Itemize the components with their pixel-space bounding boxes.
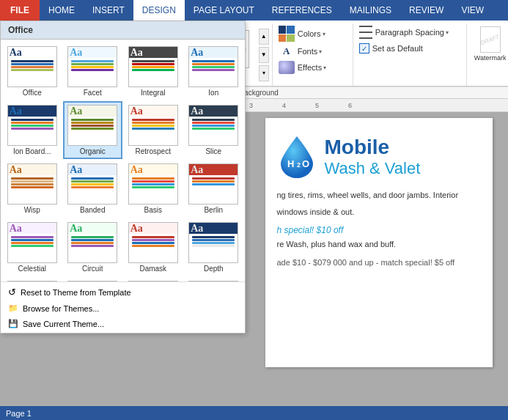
color-sq-4 <box>287 34 295 43</box>
colors-label: Colors <box>298 29 321 38</box>
fonts-button[interactable]: A Fonts ▾ <box>277 44 348 59</box>
colors-button[interactable]: Colors ▾ <box>277 25 348 43</box>
effects-icon <box>279 61 295 74</box>
page-background-group: DRAFT Watermark Page Color Page Borders <box>467 23 508 86</box>
fonts-icon: A <box>279 45 295 58</box>
doc-body-3: h special! $10 off <box>277 225 481 235</box>
doc-body-5: ade $10 - $079 000 and up - match specia… <box>277 258 481 267</box>
theme-cell-organic[interactable]: Aa Organic <box>63 101 123 159</box>
doc-title-main: Mobile <box>325 136 421 159</box>
tab-pagelayout[interactable]: PAGE LAYOUT <box>185 0 263 21</box>
dropdown-actions: ↺ Reset to Theme from Template 📁 Browse … <box>1 281 245 333</box>
watermark-icon: DRAFT <box>480 26 501 53</box>
scroll-expand-arrow[interactable]: ▾ <box>259 65 269 81</box>
doc-title-sub: Wash & Valet <box>325 159 421 178</box>
theme-cell-banded[interactable]: Aa Banded <box>63 160 123 218</box>
para-group: Paragraph Spacing ▾ ✓ Set as Default <box>353 23 467 86</box>
theme-cell-damask[interactable]: Aa Damask <box>123 218 183 276</box>
theme-cell-wisp[interactable]: Aa Wisp <box>2 160 62 218</box>
tab-review[interactable]: REVIEW <box>400 0 452 21</box>
effects-button[interactable]: Effects ▾ <box>277 60 348 75</box>
para-spacing-label: Paragraph Spacing <box>375 28 444 37</box>
theme-cell-basis[interactable]: Aa Basis <box>123 160 183 218</box>
tab-references[interactable]: REFERENCES <box>263 0 341 21</box>
color-sq-1 <box>279 26 287 34</box>
status-bar: Page 1 <box>0 406 508 420</box>
save-theme-label: Save Current Theme... <box>23 320 104 328</box>
theme-cell-retrospect[interactable]: Aa Retrospect <box>123 101 183 159</box>
theme-cell-celestial[interactable]: Aa Celestial <box>2 218 62 276</box>
theme-cell-office[interactable]: Aa Office <box>2 43 62 100</box>
tab-view[interactable]: VIEW <box>452 0 493 21</box>
page-bg-buttons: DRAFT Watermark Page Color Page Borders <box>471 25 508 70</box>
para-spacing-icon <box>359 26 372 39</box>
svg-text:2: 2 <box>297 161 301 169</box>
tab-bar: FILE HOME INSERT DESIGN PAGE LAYOUT REFE… <box>0 0 508 21</box>
tab-insert[interactable]: INSERT <box>84 0 133 21</box>
theme-cell-main-event[interactable]: Aa Main Event <box>184 277 244 281</box>
theme-cell-frame[interactable]: Aa Frame <box>123 277 183 281</box>
browse-themes-label: Browse for Themes... <box>23 304 99 313</box>
fonts-label: Fonts <box>298 47 318 56</box>
para-spacing-arrow: ▾ <box>446 29 449 36</box>
theme-cell-ion-board---[interactable]: Aa Ion Board... <box>2 101 62 159</box>
reset-theme-action[interactable]: ↺ Reset to Theme from Template <box>1 284 245 301</box>
theme-scroll-arrows: ▲ ▼ ▾ <box>259 29 269 81</box>
browse-themes-action[interactable]: 📁 Browse for Themes... <box>1 301 245 316</box>
theme-cell-dividend[interactable]: Aa Dividend <box>2 277 62 281</box>
tab-file[interactable]: FILE <box>0 0 40 21</box>
dropdown-header: Office <box>1 21 245 40</box>
theme-cell-integral[interactable]: Aa Integral <box>123 43 183 100</box>
doc-title-area: H 2 O Mobile Wash & Valet <box>277 133 481 180</box>
theme-cell-circuit[interactable]: Aa Circuit <box>63 218 123 276</box>
color-sq-3 <box>279 34 287 43</box>
doc-page: H 2 O Mobile Wash & Valet ng tires, rims… <box>265 118 493 367</box>
scroll-down-arrow[interactable]: ▼ <box>259 47 269 63</box>
svg-text:O: O <box>302 158 309 169</box>
doc-body-2: windows inside & out. <box>277 206 481 218</box>
doc-title-text: Mobile Wash & Valet <box>325 136 421 178</box>
ruler-marks: 3 4 5 6 <box>249 102 352 109</box>
document-formatting-group: Colors ▾ A Fonts ▾ Effects ▾ <box>273 23 353 86</box>
theme-cell-depth[interactable]: Aa Depth <box>184 218 244 276</box>
colors-icon <box>279 26 295 42</box>
effects-arrow: ▾ <box>323 65 326 71</box>
tab-design[interactable]: DESIGN <box>133 0 185 21</box>
doc-body-4: re Wash, plus hand wax and buff. <box>277 238 481 251</box>
ribbon: Aa Themes ▾ Title <box>0 21 508 99</box>
theme-cell-facet[interactable]: Aa Facet <box>63 43 123 100</box>
browse-themes-icon: 📁 <box>8 303 18 313</box>
theme-cell-berlin[interactable]: Aa Berlin <box>184 160 244 218</box>
set-default-check: ✓ <box>359 43 369 54</box>
droplet-svg: H 2 O <box>277 133 317 180</box>
tab-mailings[interactable]: MAILINGS <box>341 0 400 21</box>
tab-home[interactable]: HOME <box>40 0 84 21</box>
save-theme-icon: 💾 <box>8 319 18 328</box>
set-default-label: Set as Default <box>372 44 423 53</box>
status-text: Page 1 <box>6 409 32 418</box>
colors-arrow: ▾ <box>323 31 325 37</box>
color-sq-2 <box>287 26 295 34</box>
save-theme-action[interactable]: 💾 Save Current Theme... <box>1 316 245 331</box>
effects-label: Effects <box>298 63 322 72</box>
doc-body-1: ng tires, rims, wheel wells, and door ja… <box>277 189 481 202</box>
svg-text:H: H <box>287 158 294 169</box>
theme-cell-slice[interactable]: Aa Slice <box>184 101 244 159</box>
fonts-arrow: ▾ <box>319 48 322 55</box>
reset-theme-label: Reset to Theme from Template <box>21 288 131 297</box>
scroll-up-arrow[interactable]: ▲ <box>259 29 269 45</box>
theme-cell-ion[interactable]: Aa Ion <box>184 43 244 100</box>
theme-cell-droplet[interactable]: Aa Droplet <box>63 277 123 281</box>
reset-theme-icon: ↺ <box>8 287 16 298</box>
themes-dropdown-panel: Office Aa Office Aa Facet Aa Integral <box>0 21 246 334</box>
watermark-button[interactable]: DRAFT Watermark <box>471 25 508 63</box>
set-default-button[interactable]: ✓ Set as Default <box>358 43 462 54</box>
doc-area: H 2 O Mobile Wash & Valet ng tires, rims… <box>249 112 508 406</box>
para-spacing-button[interactable]: Paragraph Spacing ▾ <box>358 25 462 40</box>
watermark-label: Watermark <box>474 54 507 62</box>
